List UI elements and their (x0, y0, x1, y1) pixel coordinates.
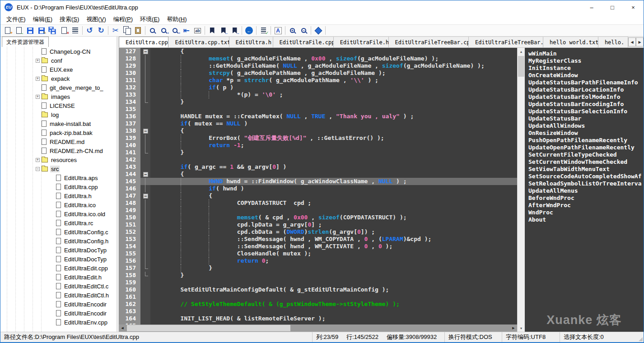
code-text[interactable]: strcpy( g_acModulePathName , g_acModuleF… (150, 70, 517, 77)
line-number[interactable]: 131 (119, 77, 140, 84)
line-number[interactable]: 148 (119, 199, 140, 207)
close-file-icon[interactable]: × (58, 25, 70, 36)
line-number[interactable]: 162 (119, 301, 140, 308)
line-number[interactable]: 132 (119, 84, 140, 91)
code-text[interactable]: cpd.lpData = g_argv[0] ; (150, 221, 517, 228)
line-number[interactable]: 157 (119, 264, 140, 272)
code-line-160[interactable]: 160 SetEditUltraMainConfigDefault( & g_s… (119, 286, 517, 293)
expand-icon[interactable]: + (36, 95, 40, 99)
cut-icon[interactable]: ✂ (110, 25, 121, 36)
fold-margin-collapse[interactable]: − (140, 192, 150, 199)
tab-scroll-left[interactable]: ◀ (628, 37, 636, 46)
code-line-156[interactable]: 156 return 0; (119, 257, 517, 264)
paste-icon[interactable] (132, 25, 144, 36)
symbol-item[interactable]: OnResizeWindow (525, 130, 644, 137)
find-next-icon[interactable]: › (169, 25, 181, 36)
code-text[interactable]: HANDLE mutex = ::CreateMutex( NULL , TRU… (150, 113, 517, 120)
symbol-item[interactable]: wWinMain (525, 50, 644, 57)
hscroll-thumb[interactable] (127, 325, 290, 331)
line-number[interactable]: 150 (119, 214, 140, 221)
code-text[interactable] (150, 279, 517, 286)
tab-hello world.txt[interactable]: hello world.txt (543, 37, 598, 47)
tree-item-EditUltra.cpp[interactable]: EditUltra.cpp (0, 182, 117, 191)
symbol-item[interactable]: UpdateStatusBarEolModeInfo (525, 93, 644, 101)
line-number[interactable]: 159 (119, 279, 140, 286)
line-number[interactable]: 129 (119, 62, 140, 70)
collapse-icon[interactable]: − (36, 167, 40, 171)
code-line-159[interactable]: 159 (119, 279, 517, 286)
code-line-136[interactable]: 136 HANDLE mutex = ::CreateMutex( NULL ,… (119, 113, 517, 120)
symbol-item[interactable]: BeforeWndProc (525, 195, 644, 202)
new-file-icon[interactable]: + (2, 25, 13, 36)
code-line-129[interactable]: 129 ::GetModuleFileName( NULL , g_acModu… (119, 62, 517, 70)
code-line-141[interactable]: 141 } (119, 149, 517, 156)
code-text[interactable]: return 0; (150, 257, 517, 264)
fold-collapse-icon[interactable]: − (143, 194, 148, 199)
code-text[interactable]: { (150, 192, 517, 199)
symbol-item[interactable]: UpdateStatusBarLocationInfo (525, 86, 644, 93)
code-line-144[interactable]: 144− { (119, 171, 517, 178)
code-line-137[interactable]: 137 if( mutex == NULL ) (119, 120, 517, 127)
line-number[interactable]: 133 (119, 91, 140, 98)
open-file-icon[interactable]: → (13, 25, 24, 36)
line-number[interactable]: 139 (119, 134, 140, 142)
code-line-152[interactable]: 152 cpd.cbData = (DWORD)strlen(g_argv[0]… (119, 228, 517, 236)
menu-item-v[interactable]: 视图(V) (83, 14, 109, 24)
line-number[interactable]: 127 (119, 48, 140, 55)
menu-item-e[interactable]: 环境(E) (136, 14, 163, 24)
tree-item-EditUltraEditCtl.c[interactable]: EditUltraEditCtl.c (0, 282, 117, 291)
undo-icon[interactable]: ↺ (84, 25, 95, 36)
tab-hello.[interactable]: hello. (598, 37, 628, 47)
tree-item-EditUltraConfig.c[interactable]: EditUltraConfig.c (0, 227, 117, 236)
line-number[interactable]: 151 (119, 221, 140, 228)
scroll-down-icon[interactable]: ▼ (518, 324, 525, 332)
resize-grip[interactable] (639, 337, 643, 341)
find-icon[interactable] (147, 25, 158, 36)
fold-margin-collapse[interactable]: − (140, 48, 150, 55)
line-number[interactable]: 154 (119, 243, 140, 250)
line-number[interactable]: 158 (119, 272, 140, 279)
tree-item-expack[interactable]: +expack (0, 74, 117, 83)
doc-list-icon[interactable] (70, 25, 81, 36)
bookmark-next-icon[interactable]: → (229, 25, 240, 36)
tree-item-EditUltraEnv.cpp[interactable]: EditUltraEnv.cpp (0, 318, 117, 327)
symbol-item[interactable]: UpdateStatusBarSelectionInfo (525, 108, 644, 115)
code-text[interactable]: } (150, 264, 517, 272)
code-line-148[interactable]: 148 COPYDATASTRUCT cpd ; (119, 199, 517, 207)
copy-icon[interactable] (121, 25, 132, 36)
tree-item-EditUltraEdit.cpp[interactable]: EditUltraEdit.cpp (0, 264, 117, 273)
tree-item-EUX.exe[interactable]: EUX.exe (0, 65, 117, 74)
code-text[interactable]: { (150, 171, 517, 178)
code-line-149[interactable]: 149 (119, 207, 517, 214)
code-text[interactable]: } (150, 272, 517, 279)
line-number[interactable]: 164 (119, 315, 140, 322)
code-text[interactable]: ::SendMessage( hwnd , WM_ACTIVATE , 0 , … (150, 243, 517, 250)
line-number[interactable]: 160 (119, 286, 140, 293)
line-number[interactable]: 156 (119, 257, 140, 264)
line-number[interactable]: 137 (119, 120, 140, 127)
save-as-icon[interactable]: ✎ (36, 25, 47, 36)
line-number[interactable]: 145 (119, 178, 140, 185)
code-line-150[interactable]: 150 memset( & cpd , 0x00 , sizeof(COPYDA… (119, 214, 517, 221)
tree-item-EditUltraEncodir[interactable]: EditUltraEncodir (0, 300, 117, 309)
tree-item-README.md[interactable]: README.md (0, 137, 117, 146)
file-explorer-tab[interactable]: 文件资源管理器 (2, 37, 49, 47)
line-number[interactable]: 140 (119, 142, 140, 149)
find-prev-icon[interactable]: ‹ (158, 25, 169, 36)
line-number[interactable]: 142 (119, 156, 140, 163)
code-text[interactable]: memset( g_acModuleFileName , 0x00 , size… (150, 55, 517, 62)
code-text[interactable]: CloseHandle( mutex ); (150, 250, 517, 257)
line-number[interactable]: 161 (119, 293, 140, 301)
code-line-153[interactable]: 153 ::SendMessage( hwnd , WM_COPYDATA , … (119, 236, 517, 243)
maximize-button[interactable]: □ (602, 0, 623, 14)
code-text[interactable]: if( hwnd ) (150, 185, 517, 192)
code-line-128[interactable]: 128 memset( g_acModuleFileName , 0x00 , … (119, 55, 517, 62)
back-icon[interactable]: ← (243, 25, 255, 36)
close-button[interactable]: × (623, 0, 644, 14)
symbol-item[interactable]: UpdateStatusBarPathFilenameInfo (525, 79, 644, 86)
code-text[interactable] (150, 156, 517, 163)
menu-item-h[interactable]: 帮助(H) (163, 14, 190, 24)
tree-item-images[interactable]: +images (0, 92, 117, 101)
symbol-item[interactable]: SetCurrentFileTypeChecked (525, 151, 644, 158)
tree-item-EditUltra.rc[interactable]: EditUltra.rc (0, 218, 117, 227)
